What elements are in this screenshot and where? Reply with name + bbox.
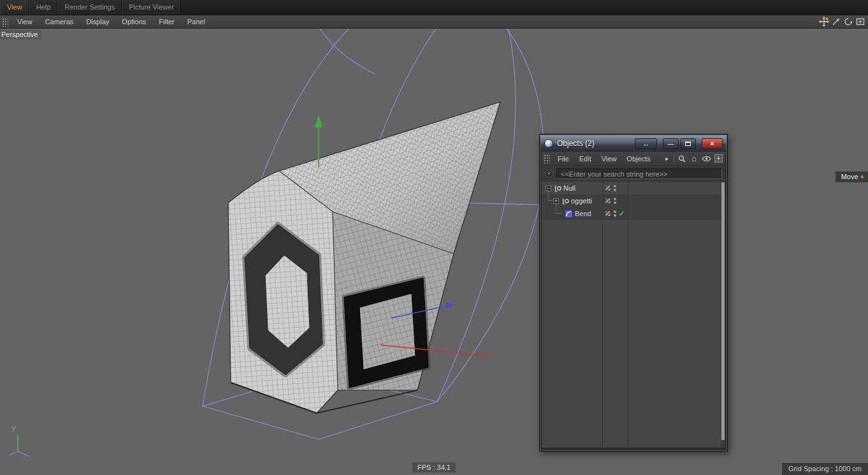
menu-filter[interactable]: Filter — [152, 15, 180, 28]
column-divider — [628, 182, 628, 448]
menu-cameras[interactable]: Cameras — [39, 15, 80, 28]
clear-search-icon[interactable]: × — [545, 170, 553, 178]
search-filter-icon[interactable] — [677, 154, 686, 163]
menu-options[interactable]: Options — [115, 15, 152, 28]
object-label: Bend — [575, 210, 591, 217]
menu-overflow-icon[interactable]: ▸ — [663, 155, 670, 162]
tab-render-settings[interactable]: Render Settings — [57, 0, 122, 15]
bend-deformer-icon — [565, 210, 573, 218]
maximize-icon — [685, 142, 691, 146]
search-bar: × — [542, 166, 725, 182]
scrollbar-thumb[interactable] — [721, 182, 725, 440]
column-divider — [602, 182, 603, 448]
fps-counter: FPS : 34.1 — [412, 462, 456, 472]
close-button[interactable]: × — [702, 138, 723, 149]
enabled-check-icon[interactable]: ✓ — [619, 210, 625, 218]
grid-spacing-status: Grid Spacing : 1000 cm — [782, 463, 868, 475]
maximize-button[interactable] — [680, 138, 696, 149]
minimize-button[interactable]: — — [663, 138, 679, 149]
search-input[interactable] — [556, 168, 722, 179]
tree-connector — [556, 203, 561, 214]
plus-icon: + — [860, 173, 864, 180]
layer-swatch[interactable] — [605, 198, 611, 204]
layer-swatch[interactable] — [605, 185, 611, 191]
zoom-view-icon[interactable] — [831, 17, 841, 27]
tree-row-oggetti[interactable]: + oggetti — [542, 194, 725, 207]
rotate-view-icon[interactable] — [843, 17, 853, 27]
toggle-layout-icon[interactable] — [855, 17, 865, 27]
active-tool-hint: Move+ — [835, 172, 868, 182]
tree-row-bend[interactable]: Bend ✓ — [542, 207, 725, 220]
object-label: oggetti — [571, 197, 592, 205]
window-title-bar[interactable]: Objects (2) ↔ — × — [540, 135, 727, 152]
objects-manager-window: Objects (2) ↔ — × File Edit View Objects… — [539, 134, 728, 451]
visibility-dots-icon[interactable] — [614, 196, 616, 205]
dock-window-button[interactable]: ↔ — [635, 138, 657, 149]
app-icon — [544, 139, 553, 148]
visibility-dots-icon[interactable] — [614, 184, 616, 193]
menu-view[interactable]: View — [597, 152, 622, 165]
application-window: View Help Render Settings Picture Viewer… — [0, 0, 868, 475]
menu-edit[interactable]: Edit — [574, 152, 597, 165]
objects-window-menu: File Edit View Objects ▸ ⌂ + — [542, 152, 725, 166]
tab-view[interactable]: View — [0, 0, 29, 15]
object-label: Null — [563, 184, 575, 192]
menu-file[interactable]: File — [553, 152, 574, 165]
pan-view-icon[interactable] — [819, 17, 829, 27]
add-object-icon[interactable]: + — [714, 154, 723, 163]
layer-swatch[interactable] — [605, 210, 611, 217]
svg-text:Y: Y — [11, 425, 17, 433]
window-title: Objects (2) — [557, 139, 635, 148]
null-object-icon — [553, 184, 561, 193]
mesh-object — [228, 102, 500, 413]
drag-grip-icon[interactable] — [543, 154, 550, 163]
menu-panel[interactable]: Panel — [181, 15, 212, 28]
home-icon[interactable]: ⌂ — [690, 154, 698, 163]
layout-tab-bar: View Help Render Settings Picture Viewer — [0, 0, 868, 15]
divider — [674, 154, 674, 163]
scrollbar[interactable] — [721, 182, 725, 448]
tree-row-null[interactable]: − Null — [542, 182, 725, 194]
drag-grip-icon[interactable] — [1, 17, 8, 27]
visibility-dots-icon[interactable] — [614, 209, 616, 218]
camera-label[interactable]: Perspective — [0, 30, 41, 40]
null-object-icon — [561, 197, 569, 205]
tool-label: Move — [841, 173, 858, 180]
tab-help[interactable]: Help — [29, 0, 58, 15]
menu-view[interactable]: View — [11, 15, 39, 28]
eye-icon[interactable] — [702, 155, 711, 163]
viewport-canvas[interactable]: Y — [0, 29, 868, 475]
viewport-menu-bar: View Cameras Display Options Filter Pane… — [0, 15, 868, 29]
tree-connector — [548, 191, 553, 201]
object-tree: − Null + oggetti — [542, 182, 725, 448]
tab-picture-viewer[interactable]: Picture Viewer — [122, 0, 181, 15]
menu-display[interactable]: Display — [80, 15, 115, 28]
world-axis-indicator: Y — [9, 425, 29, 457]
menu-objects[interactable]: Objects — [621, 152, 655, 165]
